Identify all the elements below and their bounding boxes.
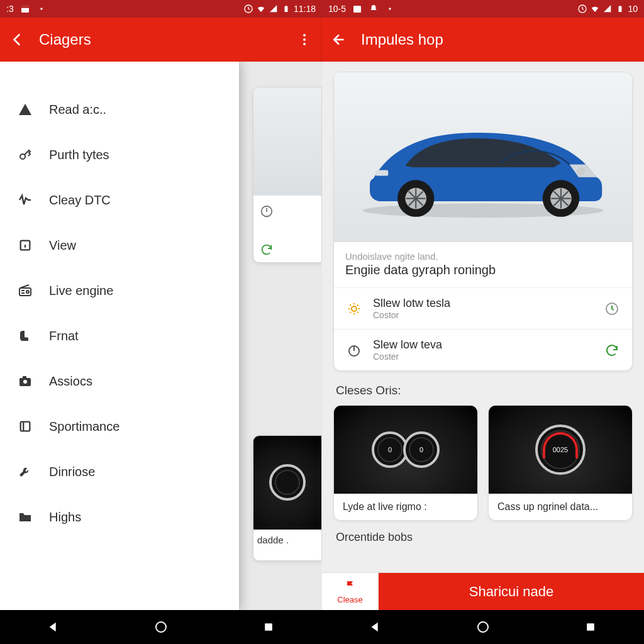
tile-data[interactable]: 0025 Cass up ngrinel data... xyxy=(488,405,633,521)
nav-back-button[interactable] xyxy=(46,619,61,635)
camera-icon xyxy=(16,372,34,390)
nav-home-button[interactable] xyxy=(153,619,169,635)
phone-right: 10-5 10 xyxy=(322,0,644,644)
drawer-item-assiocs[interactable]: Assiocs xyxy=(0,358,239,404)
svg-rect-21 xyxy=(619,6,621,7)
peek-tile-card[interactable]: dadde . xyxy=(253,435,322,561)
key-icon xyxy=(16,146,34,164)
tile-label: Lyde at live rigmo : xyxy=(334,494,477,520)
seat-icon xyxy=(16,327,34,345)
signal-icon xyxy=(602,4,613,14)
info-icon xyxy=(16,236,34,254)
drawer-item-label: Frnat xyxy=(49,329,79,343)
drawer-item-label: Cleay DTC xyxy=(49,193,111,208)
list-row-2[interactable]: Slew low teva Coster xyxy=(334,329,632,370)
phone-left: :3 11:18 Ciag xyxy=(0,0,322,644)
svg-point-18 xyxy=(389,8,391,9)
folder-icon xyxy=(16,508,34,526)
cta-label: Sharicui nade xyxy=(469,584,554,600)
car-illustration xyxy=(341,94,625,221)
drawer-item-view[interactable]: View xyxy=(0,223,239,268)
drawer-item-clear-dtc[interactable]: Cleay DTC xyxy=(0,177,239,223)
row-title: Sllew lotw tesla xyxy=(373,297,593,310)
drawer-item-live-engine[interactable]: Live engine xyxy=(0,268,239,313)
svg-rect-5 xyxy=(286,6,287,7)
gauge-icon xyxy=(269,464,306,501)
primary-cta-button[interactable]: Sharicui nade xyxy=(379,573,644,610)
peek-hero-card[interactable] xyxy=(253,87,322,263)
pulse-icon xyxy=(16,191,34,209)
drawer-item-purth[interactable]: Purth tytes xyxy=(0,132,239,177)
svg-point-7 xyxy=(20,154,25,159)
svg-rect-13 xyxy=(23,376,26,379)
android-nav-bar xyxy=(322,610,644,644)
drawer-item-label: Live engine xyxy=(49,284,113,298)
svg-point-36 xyxy=(577,167,586,176)
gauges-image: 0 0 xyxy=(334,406,477,494)
dot-icon xyxy=(385,4,395,14)
data-icon xyxy=(243,4,253,14)
car-image xyxy=(334,72,632,242)
svg-rect-17 xyxy=(353,6,361,13)
wrench-icon xyxy=(16,463,34,480)
svg-point-15 xyxy=(156,622,166,632)
status-time-prefix: :3 xyxy=(6,4,14,14)
nav-back-button[interactable] xyxy=(368,619,383,635)
row-subtitle: Costor xyxy=(373,310,593,320)
app-bar: Ciagers xyxy=(0,18,322,62)
android-nav-bar xyxy=(0,610,322,644)
nav-recent-button[interactable] xyxy=(261,619,276,635)
bottom-tab-label: Clease xyxy=(337,595,362,604)
svg-rect-1 xyxy=(21,6,29,8)
refresh-icon xyxy=(260,243,315,260)
row-subtitle: Coster xyxy=(373,352,593,362)
svg-point-10 xyxy=(26,291,29,293)
hero-subtitle: Undoislave ngite land. xyxy=(345,251,621,262)
wifi-icon xyxy=(256,4,266,14)
hero-title: Engiie data gyraph roningb xyxy=(345,263,621,277)
drawer-item-read[interactable]: Read a:c.. xyxy=(0,87,239,132)
bottom-bar: Clease Sharicui nade xyxy=(322,572,644,610)
drawer-item-label: Dinriose xyxy=(49,465,95,479)
drawer-item-highs[interactable]: Highs xyxy=(0,494,239,540)
car-image xyxy=(253,87,321,196)
svg-point-40 xyxy=(478,622,488,632)
gauge-icon: 0 xyxy=(403,431,440,468)
warning-icon xyxy=(16,101,34,118)
refresh-icon xyxy=(603,341,621,359)
main-content[interactable]: Undoislave ngite land. Engiie data gyrap… xyxy=(322,62,644,572)
back-button[interactable] xyxy=(331,31,348,48)
bottom-tab-clease[interactable]: Clease xyxy=(322,573,379,610)
drawer-item-sportimance[interactable]: Sportimance xyxy=(0,404,239,449)
status-clock: 11:18 xyxy=(294,4,316,14)
status-time-prefix: 10-5 xyxy=(328,4,346,14)
status-bar: 10-5 10 xyxy=(322,0,644,18)
calendar-icon xyxy=(20,4,30,14)
signal-icon xyxy=(269,4,279,14)
drawer-item-label: Purth tytes xyxy=(49,148,109,162)
battery-icon xyxy=(281,4,291,14)
nav-home-button[interactable] xyxy=(475,619,491,635)
dot-icon xyxy=(36,4,47,14)
gauge-icon: 0025 xyxy=(535,425,586,475)
tile-label: Cass up ngrinel data... xyxy=(489,494,632,520)
drawer-item-dinriose[interactable]: Dinriose xyxy=(0,449,239,494)
list-row-1[interactable]: Sllew lotw tesla Costor xyxy=(334,287,632,329)
drawer-item-frnat[interactable]: Frnat xyxy=(0,313,239,358)
status-clock: 10 xyxy=(628,4,638,14)
app-title: Ciagers xyxy=(39,31,283,48)
more-button[interactable] xyxy=(296,31,313,48)
data-icon xyxy=(577,4,587,14)
row-title: Slew low teva xyxy=(373,338,593,352)
battery-icon xyxy=(615,4,625,14)
drawer-item-label: View xyxy=(49,238,76,253)
svg-rect-16 xyxy=(265,623,272,631)
back-button[interactable] xyxy=(9,31,26,48)
svg-point-12 xyxy=(23,380,27,384)
peek-tile-label: dadde . xyxy=(253,530,321,550)
nav-recent-button[interactable] xyxy=(583,619,598,635)
app-title: Impules hop xyxy=(361,31,635,48)
tile-live[interactable]: 0 0 Lyde at live rigmo : xyxy=(333,405,478,521)
status-bar: :3 11:18 xyxy=(0,0,322,18)
hero-card[interactable]: Undoislave ngite land. Engiie data gyrap… xyxy=(333,72,633,371)
